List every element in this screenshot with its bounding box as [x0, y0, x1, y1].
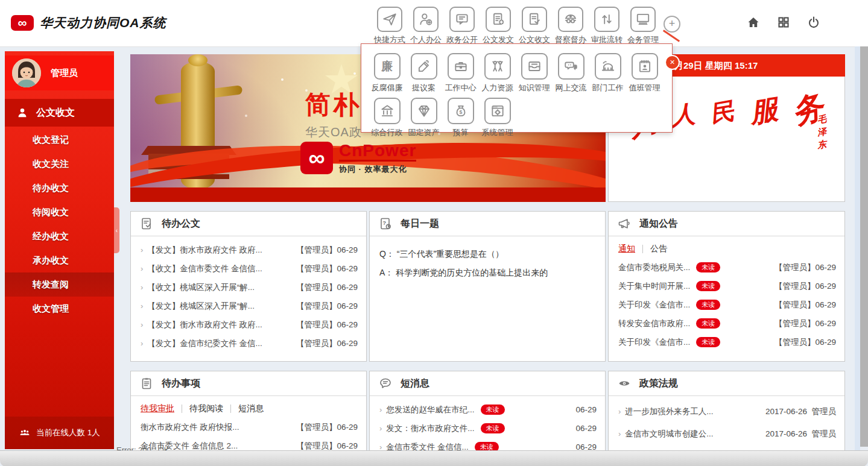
- doc-check-icon: [522, 7, 547, 32]
- daily-question-body: Q： “三个代表”重要思想是在（） A： 科学判断党的历史方位的基础上提出来的: [370, 236, 605, 291]
- dd-item-system-mgmt[interactable]: 系统管理: [479, 98, 516, 138]
- scrollbar-track[interactable]: [855, 46, 860, 450]
- policies-list: ›进一步加强外来务工人...2017-06-26 管理员 ›金信市文明城市创建公…: [609, 396, 844, 445]
- unread-badge: 未读: [696, 262, 720, 272]
- people-icon: [484, 53, 511, 80]
- unread-badge: 未读: [696, 300, 720, 310]
- more-apps-button[interactable]: +: [664, 16, 680, 33]
- tab-announcement[interactable]: 公告: [650, 244, 667, 254]
- panel-title: 待办事项: [162, 377, 200, 390]
- nav-item-quick-links[interactable]: 快捷方式: [372, 7, 408, 45]
- dd-item-knowledge[interactable]: 知识管理: [516, 53, 553, 93]
- chevron-right-icon: ›: [141, 245, 143, 254]
- calligraphy-signature: 毛 泽 东: [817, 114, 826, 151]
- list-item[interactable]: ›发文：衡水市政府文件...未读06-29: [379, 419, 597, 438]
- notices-list: 金信市委地税局关...未读【管理员】06-29 关于集中时间开展...未读【管理…: [609, 256, 844, 351]
- list-item[interactable]: ›【发文】桃城区深入开展“解...【管理员】06-29: [141, 297, 358, 315]
- top-nav: 快捷方式 个人办公 政务公开 公文发文 公文收文 督察督办 审批流转 会务管理: [372, 7, 661, 45]
- sidebar: 管理员 公文收文 收文登记 收文关注 待办收文 待阅收文 经办收文 承办收文 转…: [5, 51, 114, 449]
- list-item[interactable]: ›金信市文明城市创建公...2017-06-26 管理员: [618, 423, 836, 445]
- list-item[interactable]: 关于印发《金信市...未读【管理员】06-29: [618, 333, 836, 351]
- bank-icon: [374, 98, 401, 124]
- list-item[interactable]: ›【收文】桃城区深入开展“解...【管理员】06-29: [141, 278, 358, 297]
- dd-item-proposal[interactable]: 提议案: [405, 53, 442, 93]
- paper-plane-icon: [377, 7, 402, 32]
- dd-item-duty-mgmt[interactable]: 值班管理: [626, 53, 663, 93]
- sidebar-collapse-handle[interactable]: ‹: [114, 207, 119, 253]
- sidebar-item-receive-follow[interactable]: 收文关注: [5, 152, 114, 176]
- scrollbar-thumb[interactable]: [860, 46, 868, 447]
- sidebar-item-handled-receive[interactable]: 经办收文: [5, 224, 114, 248]
- sidebar-item-receive-register[interactable]: 收文登记: [5, 128, 114, 152]
- list-item[interactable]: 关于集中时间开展...未读【管理员】06-29: [618, 277, 836, 295]
- app-logo: ∞ 华天动力协同OA系统: [11, 14, 166, 31]
- sidebar-menu-header[interactable]: 公文收文: [5, 99, 114, 127]
- sidebar-item-forward-review[interactable]: 转发查阅: [5, 272, 114, 297]
- nav-item-meeting-mgmt[interactable]: 会务管理: [625, 7, 661, 45]
- avatar[interactable]: [12, 58, 41, 87]
- nav-item-doc-receive[interactable]: 公文收文: [516, 7, 553, 45]
- nav-item-gov-disclosure[interactable]: 政务公开: [444, 7, 480, 45]
- doc-check-icon: [139, 216, 154, 231]
- panel-title: 政策法规: [639, 377, 678, 390]
- power-icon[interactable]: [806, 15, 821, 30]
- list-item[interactable]: 衡水市政府文件 政府快报...【管理员】06-29: [141, 418, 358, 436]
- list-item[interactable]: 金信市委地税局关...未读【管理员】06-29: [618, 258, 836, 277]
- eye-icon: [617, 376, 632, 391]
- doc-plus-icon: [486, 7, 511, 32]
- building-icon: [595, 53, 621, 80]
- list-item[interactable]: ›进一步加强外来务工人...2017-06-26 管理员: [618, 400, 836, 423]
- cnpower-logo: ∞ CnPower 协同 · 效率最大化: [300, 142, 416, 175]
- list-item[interactable]: ›您发送的赵华威在市纪...未读06-29: [379, 400, 597, 419]
- header-actions: [746, 15, 821, 30]
- chevron-right-icon: ›: [379, 424, 382, 433]
- list-item[interactable]: 转发安金信市政府...未读【管理员】06-29: [618, 314, 836, 333]
- plus-icon: +: [669, 17, 676, 30]
- conference-icon: [630, 7, 656, 32]
- tab-pending-approval[interactable]: 待我审批: [141, 403, 174, 414]
- nav-item-personal-office[interactable]: 个人办公: [408, 7, 444, 45]
- person-plus-icon: [413, 7, 439, 32]
- briefcase-icon: [448, 53, 474, 80]
- online-users-text: 当前在线人数 1人: [36, 427, 100, 438]
- sidebar-item-undertake-receive[interactable]: 承办收文: [5, 248, 114, 272]
- close-icon[interactable]: ✕: [666, 56, 679, 69]
- dd-item-online-chat[interactable]: 网上交流: [553, 53, 589, 93]
- pen-icon: [411, 53, 437, 80]
- chevron-right-icon: ›: [618, 407, 621, 416]
- tab-separator: [642, 245, 643, 253]
- unread-badge: 未读: [696, 337, 720, 347]
- dd-item-admin[interactable]: 综合行政: [369, 98, 405, 138]
- user-profile[interactable]: 管理员: [5, 55, 114, 90]
- list-item[interactable]: ›【发文】金信市纪委文件 金信...【管理员】06-29: [141, 334, 358, 353]
- list-item[interactable]: ›【发文】衡水市政府文件 政府...【管理员】06-29: [141, 241, 358, 259]
- dd-item-dept-work[interactable]: 部门工作: [589, 53, 626, 93]
- tab-pending-read[interactable]: 待我阅读: [189, 403, 223, 414]
- infinity-logo-icon: ∞: [11, 15, 34, 31]
- home-icon[interactable]: [746, 15, 761, 30]
- dd-item-fixed-assets[interactable]: 固定资产: [405, 98, 442, 138]
- list-item[interactable]: ›【发文】衡水市政府文件 政府...【管理员】06-29: [141, 315, 358, 334]
- chevron-right-icon: ›: [379, 405, 382, 414]
- sidebar-item-pending-receive[interactable]: 待办收文: [5, 176, 114, 200]
- panel-header: 政策法规: [609, 371, 844, 396]
- dd-item-budget[interactable]: 预算: [442, 98, 479, 138]
- list-item[interactable]: ›【收文】金信市委文件 金信信...【管理员】06-29: [141, 259, 358, 278]
- sidebar-item-toread-receive[interactable]: 待阅收文: [5, 200, 114, 224]
- nav-item-approval-flow[interactable]: 审批流转: [589, 7, 625, 45]
- dd-item-anti-corruption[interactable]: 廉 反腐倡廉: [369, 53, 405, 93]
- nav-item-supervision[interactable]: 督察督办: [553, 7, 589, 45]
- money-bag-icon: [448, 98, 474, 124]
- tab-short-message[interactable]: 短消息: [238, 403, 264, 414]
- dd-item-hr[interactable]: 人力资源: [479, 53, 516, 93]
- tab-notice[interactable]: 通知: [618, 244, 635, 254]
- sidebar-item-receive-mgmt[interactable]: 收文管理: [5, 297, 114, 321]
- sidebar-menu: 收文登记 收文关注 待办收文 待阅收文 经办收文 承办收文 转发查阅 收文管理: [5, 128, 114, 321]
- nav-item-doc-send[interactable]: 公文发文: [480, 7, 516, 45]
- dd-item-work-center[interactable]: 工作中心: [442, 53, 479, 93]
- apps-grid-icon[interactable]: [776, 15, 791, 30]
- list-item[interactable]: 关于印发《金信市...未读【管理员】06-29: [618, 295, 836, 314]
- calendar-person-icon: [632, 53, 658, 80]
- panel-notices: 通知公告 通知 公告 金信市委地税局关...未读【管理员】06-29 关于集中时…: [608, 211, 845, 362]
- banner-subtitle: 华天OA政: [305, 124, 362, 140]
